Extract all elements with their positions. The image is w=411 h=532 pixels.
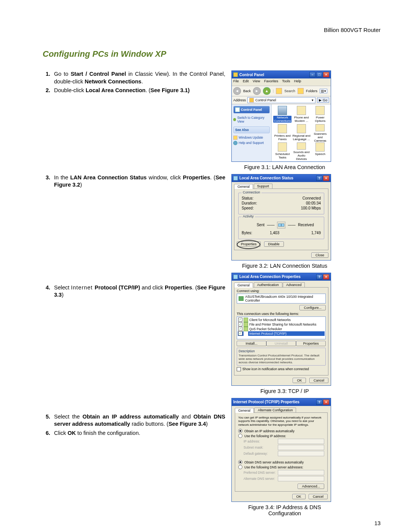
icon-scheduled[interactable]: Scheduled Tasks [273,142,292,161]
tab-auth[interactable]: Authentication [254,282,282,287]
window-titlebar[interactable]: Control Panel – □ × [232,71,331,78]
advanced-button[interactable]: Advanced... [298,484,324,489]
maximize-button[interactable]: □ [316,72,322,77]
adapter-combo[interactable]: ASUSTeK/Broadcom 440x 10/100 Integrated … [237,294,326,304]
alt-dns-field[interactable] [278,476,324,481]
go-label: Go [323,98,327,102]
list-item[interactable]: ✓Client for Microsoft Networks [238,318,325,322]
text: . ( [145,87,150,93]
text: Select [54,284,71,291]
go-button[interactable]: ▶ Go [317,97,329,103]
radio-use-dns[interactable]: Use the following DNS server addresses: [238,465,324,469]
windows-update-link[interactable]: Windows Update [233,136,270,140]
subnet-field[interactable] [278,445,324,450]
item-label: File and Printer Sharing for Microsoft N… [249,323,316,326]
icon-speech[interactable]: Speech [311,142,329,161]
help-button[interactable]: ? [316,399,322,405]
address-field[interactable]: Control Panel ▾ [247,97,315,103]
address-value: Control Panel [255,98,276,102]
icon-power-options[interactable]: Power Options [311,106,329,124]
help-support-link[interactable]: Help and Support [233,141,270,145]
icon-network-connections[interactable]: Network Connections [273,106,292,124]
text: Go to [54,71,71,77]
radio-obtain-ip[interactable]: Obtain an IP address automatically [238,429,324,433]
cancel-button[interactable]: Cancel [309,494,328,499]
disable-button[interactable]: Disable [264,241,284,247]
search-label[interactable]: Search [284,89,295,93]
uninstall-button[interactable]: Uninstall [266,341,296,346]
window-titlebar[interactable]: Internet Protocol (TCP/IP) Properties ? … [232,398,331,406]
gateway-field[interactable] [278,451,324,456]
menu-view[interactable]: View [253,79,260,83]
show-icon-checkbox[interactable]: Show icon in notification area when conn… [237,367,326,371]
folders-label[interactable]: Folders [306,89,317,93]
figure-caption-3: Figure 3.3: TCP / IP [231,388,338,394]
up-button[interactable]: ▲ [263,87,271,95]
menu-tools[interactable]: Tools [282,79,290,83]
cancel-button[interactable]: Cancel [309,378,328,383]
tab-general[interactable]: General [234,184,253,189]
text: ) [62,292,64,298]
component-icon [244,331,248,336]
minimize-button[interactable]: – [309,72,315,77]
icon-label: Printers and Faxes [273,134,292,141]
window-icon [233,72,238,77]
icon-sounds[interactable]: Sounds and Audio Devices [292,142,310,161]
step-number: 2. [43,87,50,94]
close-button[interactable]: × [323,176,329,181]
text-bold: Properties [183,174,210,181]
radio-obtain-dns[interactable]: Obtain DNS server address automatically [238,460,324,464]
close-button[interactable]: × [323,72,329,77]
step-3: 3. In the LAN Area Connection Status win… [43,174,225,189]
menu-favorites[interactable]: Favorites [264,79,278,83]
icon-phone-modem[interactable]: Phone and Modem ... [292,106,310,124]
ip-address-field[interactable] [278,439,324,444]
ok-button[interactable]: OK [292,494,306,499]
help-button[interactable]: ? [316,274,322,280]
back-button[interactable]: ◄ [233,87,241,95]
help-icon [233,141,237,145]
switch-view-link[interactable]: Switch to Category View [233,116,270,123]
close-button[interactable]: × [323,399,329,405]
text-bold: Start / Control Panel [71,71,126,77]
folders-icon[interactable] [298,88,304,94]
search-icon[interactable] [276,88,282,94]
menu-edit[interactable]: Edit [243,79,249,83]
tab-advanced[interactable]: Advanced [283,282,305,287]
tab-general[interactable]: General [234,283,253,288]
radio-use-ip[interactable]: Use the following IP address: [238,434,324,438]
icon-regional[interactable]: Regional and Language ... [292,124,310,142]
close-button[interactable]: × [323,274,329,280]
menu-help[interactable]: Help [294,79,301,83]
window-titlebar[interactable]: Local Area Connection Status ? × [232,174,331,182]
install-button[interactable]: Install... [237,341,266,346]
subnet-label: Subnet mask: [244,446,263,449]
icon-printers[interactable]: Printers and Faxes [273,124,292,142]
tab-general[interactable]: General [235,408,254,413]
icon-grid: Network Connections Phone and Modem ... … [272,104,331,161]
view-dropdown[interactable]: ▥▾ [320,89,327,93]
list-item[interactable]: ✓File and Printer Sharing for Microsoft … [238,322,325,327]
text: and click [140,284,165,291]
close-window-button[interactable]: Close [311,252,328,258]
forward-button[interactable]: ► [253,87,261,95]
list-item-selected[interactable]: ✓Internet Protocol (TCP/IP) [238,331,325,336]
ok-button[interactable]: OK [293,378,306,383]
pref-dns-field[interactable] [278,470,324,475]
tab-alternate[interactable]: Alternate Configuration [254,407,296,412]
component-properties-button[interactable]: Properties [296,341,326,346]
help-button[interactable]: ? [316,176,322,181]
text: radio buttons. ( [130,421,169,427]
window-titlebar[interactable]: Local Area Connection Properties ? × [232,273,331,281]
component-list[interactable]: ✓Client for Microsoft Networks ✓File and… [237,316,326,339]
figure-3-1-control-panel: Control Panel – □ × File Edit View Favor… [231,70,331,162]
tab-support[interactable]: Support [254,184,273,189]
properties-button[interactable]: Properties [237,241,261,247]
list-item[interactable]: ✓QoS Packet Scheduler [238,327,325,331]
figure-caption-1: Figure 3.1: LAN Area Connection [231,164,338,170]
icon-scanners[interactable]: Scanners and Cameras [311,124,329,142]
group-activity: Activity Sent —— —— Received Bytes:1,403… [238,217,324,239]
configure-button[interactable]: Configure... [299,305,326,310]
menu-bar[interactable]: File Edit View Favorites Tools Help [232,78,331,86]
menu-file[interactable]: File [233,79,239,83]
